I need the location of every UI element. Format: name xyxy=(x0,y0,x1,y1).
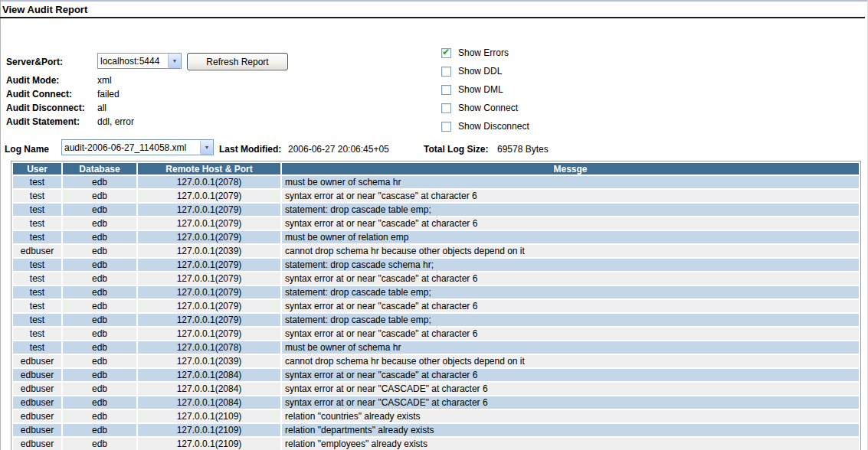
user-cell: test xyxy=(13,204,61,216)
database-cell: edb xyxy=(63,355,136,367)
frame-top-border xyxy=(0,0,868,2)
database-cell: edb xyxy=(63,396,136,409)
table-row: edbuseredb127.0.0.1(2039)cannot drop sch… xyxy=(13,245,859,257)
user-cell: test xyxy=(13,300,61,312)
audit-disconnect-value: all xyxy=(97,103,106,113)
user-cell: edbuser xyxy=(13,410,61,422)
message-cell: must be owner of schema hr xyxy=(282,176,859,188)
host-cell: 127.0.0.1(2079) xyxy=(138,300,280,312)
show-connect-label: Show Connect xyxy=(458,103,518,113)
table-row: testedb127.0.0.1(2078)must be owner of s… xyxy=(13,176,859,188)
host-cell: 127.0.0.1(2079) xyxy=(138,328,280,340)
chevron-down-icon[interactable]: ▼ xyxy=(200,140,213,155)
table-row: testedb127.0.0.1(2079)syntax error at or… xyxy=(13,300,859,312)
total-log-size-label: Total Log Size: xyxy=(424,144,488,155)
audit-table-body: testedb127.0.0.1(2078)must be owner of s… xyxy=(13,176,859,450)
message-cell: syntax error at or near "CASCADE" at cha… xyxy=(282,396,859,409)
host-cell: 127.0.0.1(2078) xyxy=(138,176,280,188)
user-cell: edbuser xyxy=(13,369,61,381)
user-cell: test xyxy=(13,190,61,202)
database-cell: edb xyxy=(63,231,136,243)
user-cell: test xyxy=(13,272,61,285)
user-cell: test xyxy=(13,314,61,326)
host-cell: 127.0.0.1(2084) xyxy=(138,369,280,381)
show-dml-row: ✔ Show DML xyxy=(441,84,503,95)
host-cell: 127.0.0.1(2039) xyxy=(138,355,280,367)
log-file-select[interactable]: audit-2006-06-27_114058.xml ▼ xyxy=(61,139,214,155)
user-cell: edbuser xyxy=(13,245,61,257)
table-row: testedb127.0.0.1(2079)syntax error at or… xyxy=(13,272,859,285)
column-header-message: Messge xyxy=(282,163,859,174)
server-port-label: Server&Port: xyxy=(6,57,63,67)
message-cell: syntax error at or near "cascade" at cha… xyxy=(282,369,859,381)
message-cell: syntax error at or near "cascase" at cha… xyxy=(282,190,859,202)
log-file-selected-value: audit-2006-06-27_114058.xml xyxy=(62,142,200,153)
audit-mode-value: xml xyxy=(97,75,112,86)
message-cell: statement: drop cascade table emp; xyxy=(282,314,859,326)
database-cell: edb xyxy=(63,383,136,395)
table-row: edbuseredb127.0.0.1(2039)cannot drop sch… xyxy=(13,355,859,367)
message-cell: syntax error at or near "cascade" at cha… xyxy=(282,300,859,312)
table-row: testedb127.0.0.1(2079)statement: drop ca… xyxy=(13,286,859,298)
last-modified-value: 2006-06-27 20:06:45+05 xyxy=(288,144,389,155)
message-cell: syntax error at or near "CASCADE" at cha… xyxy=(282,383,859,395)
host-cell: 127.0.0.1(2079) xyxy=(138,286,280,298)
database-cell: edb xyxy=(63,369,136,381)
user-cell: edbuser xyxy=(13,355,61,367)
audit-statement-value: ddl, error xyxy=(97,116,134,127)
show-errors-checkbox[interactable]: ✔ xyxy=(441,48,451,58)
user-cell: edbuser xyxy=(13,396,61,409)
audit-disconnect-label: Audit Disconnect: xyxy=(6,103,85,113)
audit-report-table: User Database Remote Host & Port Messge … xyxy=(11,161,861,450)
show-dml-checkbox[interactable]: ✔ xyxy=(441,85,451,95)
user-cell: test xyxy=(13,217,61,230)
check-icon: ✔ xyxy=(442,47,450,57)
show-ddl-checkbox[interactable]: ✔ xyxy=(441,67,451,77)
audit-statement-label: Audit Statement: xyxy=(6,116,80,127)
log-name-label: Log Name xyxy=(5,144,49,155)
show-disconnect-row: ✔ Show Disconnect xyxy=(441,121,529,132)
audit-connect-label: Audit Connect: xyxy=(6,89,72,99)
column-header-database: Database xyxy=(63,163,136,174)
table-row: edbuseredb127.0.0.1(2084)syntax error at… xyxy=(13,369,859,381)
host-cell: 127.0.0.1(2039) xyxy=(138,245,280,257)
show-ddl-row: ✔ Show DDL xyxy=(441,66,502,77)
message-cell: syntax error at or near "cascade" at cha… xyxy=(282,217,859,230)
last-modified-label: Last Modified: xyxy=(219,144,281,155)
show-connect-checkbox[interactable]: ✔ xyxy=(441,103,451,113)
database-cell: edb xyxy=(63,410,136,422)
host-cell: 127.0.0.1(2079) xyxy=(138,272,280,285)
database-cell: edb xyxy=(63,176,136,188)
server-port-select[interactable]: localhost:5444 ▼ xyxy=(97,53,182,69)
message-cell: statement: drop cascade schema hr; xyxy=(282,259,859,271)
audit-connect-value: failed xyxy=(97,89,120,99)
database-cell: edb xyxy=(63,245,136,257)
message-cell: cannot drop schema hr because other obje… xyxy=(282,245,859,257)
host-cell: 127.0.0.1(2109) xyxy=(138,410,280,422)
chevron-down-icon[interactable]: ▼ xyxy=(168,54,181,68)
host-cell: 127.0.0.1(2079) xyxy=(138,190,280,202)
message-cell: cannot drop schema hr because other obje… xyxy=(282,355,859,367)
user-cell: edbuser xyxy=(13,383,61,395)
table-row: testedb127.0.0.1(2079)statement: drop ca… xyxy=(13,314,859,326)
user-cell: test xyxy=(13,259,61,271)
refresh-report-button[interactable]: Refresh Report xyxy=(187,53,288,70)
host-cell: 127.0.0.1(2084) xyxy=(138,383,280,395)
show-disconnect-checkbox[interactable]: ✔ xyxy=(441,122,451,132)
message-cell: relation "countries" already exists xyxy=(282,410,859,422)
host-cell: 127.0.0.1(2079) xyxy=(138,314,280,326)
show-ddl-label: Show DDL xyxy=(458,66,502,77)
host-cell: 127.0.0.1(2079) xyxy=(138,259,280,271)
message-cell: must be owner of schema hr xyxy=(282,341,859,354)
database-cell: edb xyxy=(63,424,136,436)
show-dml-label: Show DML xyxy=(458,84,503,95)
server-port-selected-value: localhost:5444 xyxy=(98,56,168,67)
host-cell: 127.0.0.1(2079) xyxy=(138,231,280,243)
table-row: testedb127.0.0.1(2078)must be owner of s… xyxy=(13,341,859,354)
host-cell: 127.0.0.1(2109) xyxy=(138,438,280,450)
user-cell: edbuser xyxy=(13,438,61,450)
show-connect-row: ✔ Show Connect xyxy=(441,103,518,113)
table-row: testedb127.0.0.1(2079)statement: drop ca… xyxy=(13,204,859,216)
table-row: edbuseredb127.0.0.1(2109)relation "depar… xyxy=(13,424,859,436)
host-cell: 127.0.0.1(2078) xyxy=(138,341,280,354)
